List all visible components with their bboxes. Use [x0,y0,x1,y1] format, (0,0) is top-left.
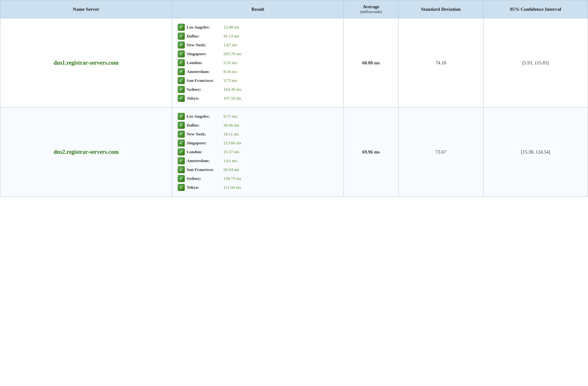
result-row: Singapore:223.66 ms [178,139,338,147]
table-row: dns1.registrar-servers.comLos Angeles:12… [0,18,588,108]
location-ms: 12.98 ms [223,25,239,30]
location-name: Amsterdam: [187,158,221,163]
location-name: Amsterdam: [187,69,221,74]
checkmark-icon [178,33,185,40]
confidence-interval-cell: [15.38, 124.54] [483,108,588,197]
result-row: Dallas:30.46 ms [178,121,338,130]
col-header-confidence-interval: 95% Confidence Interval [483,0,588,18]
col-header-average: Average (milliseconds) [344,0,398,18]
result-row: Amsterdam:1.61 ms [178,156,338,165]
checkmark-icon [178,77,185,84]
col-header-std-dev: Standard Deviation [398,0,483,18]
location-ms: 2.35 ms [223,60,237,65]
location-ms: 15.37 ms [223,149,239,154]
result-row: Sydney:164.39 ms [178,85,338,94]
location-name: London: [187,149,221,154]
location-ms: 3.73 ms [223,78,237,83]
location-name: New York: [187,132,221,137]
result-row: Los Angeles:9.71 ms [178,112,338,121]
location-ms: 1.87 ms [223,43,237,48]
checkmark-icon [178,175,185,182]
location-name: Singapore: [187,141,221,146]
location-ms: 223.66 ms [223,141,241,146]
location-name: Dallas: [187,123,221,128]
location-ms: 164.39 ms [223,87,241,92]
location-name: Tokyo: [187,96,221,101]
checkmark-icon [178,131,185,138]
location-name: Los Angeles: [187,114,221,119]
results-cell: Los Angeles:12.98 msDallas:41.13 msNew Y… [172,18,344,108]
checkmark-icon [178,140,185,147]
stddev-cell: 73.67 [398,108,483,197]
location-ms: 1.61 ms [223,158,237,163]
stddev-cell: 74.18 [398,18,483,108]
result-row: Singapore:205.76 ms [178,49,338,58]
result-row: New York:18.11 ms [178,130,338,139]
col-header-result: Result [172,0,344,18]
location-ms: 8.16 ms [223,69,237,74]
name-server-cell: dns1.registrar-servers.com [0,18,172,108]
checkmark-icon [178,59,185,66]
checkmark-icon [178,148,185,155]
checkmark-icon [178,95,185,102]
checkmark-icon [178,184,185,191]
location-ms: 107.55 ms [223,96,241,101]
result-row: Los Angeles:12.98 ms [178,23,338,32]
table-row: dns2.registrar-servers.comLos Angeles:9.… [0,108,588,197]
location-name: Singapore: [187,51,221,56]
checkmark-icon [178,113,185,120]
location-ms: 205.76 ms [223,51,241,56]
location-ms: 60.54 ms [223,167,239,172]
location-name: London: [187,60,221,65]
result-row: San Francisco:60.54 ms [178,165,338,174]
location-name: Dallas: [187,34,221,39]
location-ms: 18.11 ms [223,132,239,137]
dns-results-table: Name Server Result Average (milliseconds… [0,0,588,197]
checkmark-icon [178,86,185,93]
checkmark-icon [178,166,185,173]
location-name: San Francisco: [187,78,221,83]
location-ms: 30.46 ms [223,123,239,128]
location-name: San Francisco: [187,167,221,172]
location-name: Tokyo: [187,185,221,190]
checkmark-icon [178,50,185,57]
location-name: Los Angeles: [187,25,221,30]
checkmark-icon [178,68,185,75]
col-header-name-server: Name Server [0,0,172,18]
result-row: Dallas:41.13 ms [178,32,338,41]
average-cell: 60.88 ms [344,18,398,108]
result-row: London:2.35 ms [178,58,338,67]
confidence-interval-cell: [5.93, 115.83] [483,18,588,108]
location-ms: 111.44 ms [223,185,241,190]
checkmark-icon [178,24,185,31]
location-name: Sydney: [187,176,221,181]
location-ms: 9.71 ms [223,114,237,119]
result-row: Tokyo:107.55 ms [178,94,338,103]
name-server-cell: dns2.registrar-servers.com [0,108,172,197]
result-row: Sydney:158.75 ms [178,174,338,183]
result-row: London:15.37 ms [178,147,338,156]
checkmark-icon [178,157,185,164]
result-row: New York:1.87 ms [178,41,338,49]
result-row: Amsterdam:8.16 ms [178,67,338,76]
location-ms: 41.13 ms [223,34,239,39]
average-cell: 69.96 ms [344,108,398,197]
checkmark-icon [178,122,185,129]
result-row: San Francisco:3.73 ms [178,76,338,85]
checkmark-icon [178,42,185,49]
location-ms: 158.75 ms [223,176,241,181]
location-name: New York: [187,43,221,48]
results-cell: Los Angeles:9.71 msDallas:30.46 msNew Yo… [172,108,344,197]
result-row: Tokyo:111.44 ms [178,183,338,192]
location-name: Sydney: [187,87,221,92]
